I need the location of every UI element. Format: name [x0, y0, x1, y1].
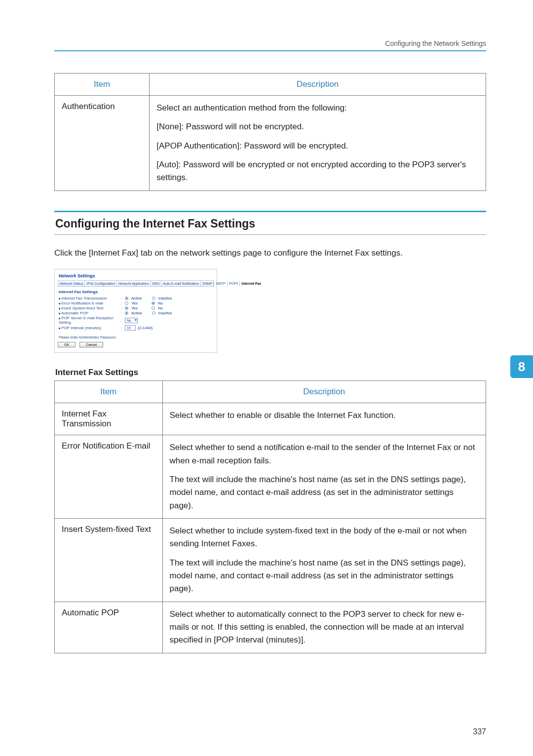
ns-row: POP Server E-mail Reception Setting: No	[59, 316, 214, 325]
ns-label: Internet Fax Transmission	[59, 296, 118, 301]
ns-row: Automatic POP: Active Inactive	[59, 311, 214, 315]
ns-tab[interactable]: Network Application	[117, 281, 151, 286]
desc-para: [None]: Password will not be encrypted.	[156, 120, 479, 133]
running-head: Configuring the Network Settings	[54, 39, 486, 47]
cell-item: Automatic POP	[55, 602, 163, 653]
cell-item: Internet Fax Transmission	[55, 403, 163, 435]
ns-option: No	[158, 306, 163, 310]
sub-heading: Internet Fax Settings	[55, 368, 486, 378]
ns-hint: (2-1440)	[138, 326, 152, 330]
ns-note: Please enter Administrator Password.	[59, 336, 214, 339]
desc-para: [Auto]: Password will be encrypted or no…	[156, 158, 479, 185]
ns-tabs: Network Status IPv6 Configuration Networ…	[58, 280, 214, 287]
table-internet-fax-settings: Item Description Internet Fax Transmissi…	[54, 380, 486, 653]
radio-icon[interactable]	[152, 297, 155, 300]
desc-para: [APOP Authentication]: Password will be …	[156, 140, 479, 152]
ns-tab[interactable]: Network Status	[58, 281, 85, 286]
cell-item: Insert System-fixed Text	[55, 518, 163, 602]
ns-label: POP Interval (minutes)	[59, 326, 118, 330]
ns-row: Insert System-fixed Text: Yes No	[59, 306, 214, 310]
cell-description: Select whether to automatically connect …	[162, 602, 486, 653]
ns-row: POP Interval (minutes): 15 (2-1440)	[59, 325, 214, 331]
ns-option: Yes	[131, 301, 138, 305]
desc-para: Select whether to include system-fixed t…	[170, 525, 479, 551]
cell-item: Error Notification E-mail	[55, 435, 163, 519]
ns-group: Internet Fax Settings	[59, 290, 214, 294]
ns-option: Yes	[131, 306, 138, 310]
ns-option: Active	[131, 296, 142, 301]
ns-tab-active[interactable]: Internet Fax	[240, 281, 263, 286]
running-head-rule	[54, 50, 486, 51]
cancel-button[interactable]: Cancel	[79, 342, 103, 347]
page-number: 337	[473, 727, 486, 736]
ns-label: Error Notification E-mail	[59, 301, 118, 305]
settings-screenshot: Network Settings Network Status IPv6 Con…	[54, 269, 217, 353]
ns-option: Active	[131, 311, 142, 315]
table-header-item: Item	[55, 381, 163, 403]
table-header-description: Description	[150, 74, 486, 96]
ns-option: Inactive	[158, 311, 172, 315]
table-row: Insert System-fixed Text Select whether …	[55, 518, 486, 602]
radio-icon[interactable]	[152, 302, 155, 305]
ns-tab[interactable]: POP3	[228, 281, 240, 286]
ns-label: Automatic POP	[59, 311, 118, 315]
ns-label: POP Server E-mail Reception Setting	[59, 316, 118, 325]
chapter-tab: 8	[510, 355, 533, 378]
desc-para: The text will include the machine's host…	[170, 557, 479, 596]
section-heading: Configuring the Internet Fax Settings	[54, 211, 486, 235]
lead-paragraph: Click the [Internet Fax] tab on the netw…	[54, 247, 486, 260]
ns-row: Internet Fax Transmission: Active Inacti…	[59, 296, 214, 301]
table-header-item: Item	[55, 74, 150, 96]
ns-select[interactable]: No	[125, 318, 138, 323]
desc-para: Select whether to automatically connect …	[170, 608, 479, 647]
ns-tab[interactable]: Auto E-mail Notification	[161, 281, 201, 286]
desc-para: Select whether to send a notification e-…	[170, 441, 479, 467]
ns-row: Error Notification E-mail: Yes No	[59, 301, 214, 305]
ns-tab[interactable]: IPv6 Configuration	[85, 281, 117, 286]
table-row: Error Notification E-mail Select whether…	[55, 435, 486, 519]
ns-tab[interactable]: SNMP	[201, 281, 214, 286]
desc-para: Select whether to enable or disable the …	[170, 409, 479, 422]
table-row: Authentication Select an authentication …	[55, 96, 486, 191]
ns-tab[interactable]: SMTP	[214, 281, 227, 286]
radio-icon[interactable]	[152, 306, 155, 310]
ns-option: No	[158, 301, 163, 305]
table-row: Internet Fax Transmission Select whether…	[55, 403, 486, 435]
ns-title: Network Settings	[59, 273, 214, 278]
cell-description: Select whether to include system-fixed t…	[162, 518, 486, 602]
ns-option: Inactive	[158, 296, 172, 301]
table-row: Automatic POP Select whether to automati…	[55, 602, 486, 653]
cell-description: Select whether to enable or disable the …	[162, 403, 486, 435]
cell-description: Select an authentication method from the…	[150, 96, 486, 191]
cell-item: Authentication	[55, 96, 150, 191]
ns-label: Insert System-fixed Text	[59, 306, 118, 310]
table-authentication: Item Description Authentication Select a…	[54, 73, 486, 191]
desc-para: Select an authentication method from the…	[156, 102, 479, 114]
radio-icon[interactable]	[125, 297, 128, 300]
ns-input[interactable]: 15	[125, 325, 136, 331]
cell-description: Select whether to send a notification e-…	[162, 435, 486, 519]
radio-icon[interactable]	[125, 302, 128, 305]
desc-para: The text will include the machine's host…	[170, 473, 479, 512]
radio-icon[interactable]	[125, 311, 128, 315]
radio-icon[interactable]	[125, 306, 128, 310]
ok-button[interactable]: OK	[58, 342, 76, 347]
table-header-description: Description	[162, 381, 486, 403]
radio-icon[interactable]	[152, 311, 155, 315]
ns-tab[interactable]: DNS	[151, 281, 162, 286]
